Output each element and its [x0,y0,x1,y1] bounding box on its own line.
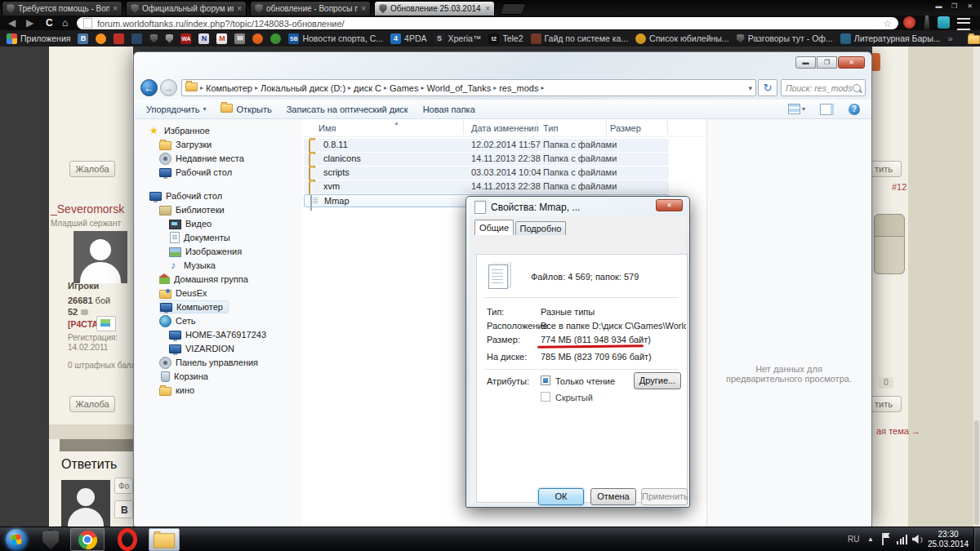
sidebar-item-user-deusex[interactable]: DeusEx [159,287,207,300]
sidebar-item-recent-places[interactable]: Недавние места [159,152,244,165]
file-row-scripts[interactable]: scripts 03.03.2014 10:04 Папка с файлами [304,167,669,180]
nav-forward-button[interactable]: → [160,79,177,96]
file-row-clanicons[interactable]: clanicons 14.11.2013 22:38 Папка с файла… [304,153,669,166]
bookmark-xperia[interactable]: S Xperia™ [434,33,482,44]
home-icon[interactable]: ⌂ [62,16,68,30]
menu-hamburger-icon[interactable] [957,18,970,30]
bookmark-blue-icon[interactable] [131,33,142,44]
browser-minimize-button[interactable]: ▬ [932,2,946,11]
quote-button-clipped[interactable]: тить [872,396,902,412]
browser-tab-1[interactable]: Требуется помощь - Воп × [2,1,122,16]
tray-network-signal-icon[interactable] [897,535,907,544]
breadcrumb-world-of-tanks[interactable]: World_of_Tanks [426,83,491,93]
bookmark-news[interactable]: SB Новости спорта, С... [288,33,383,44]
nav-back-button[interactable]: ← [140,79,158,96]
hidden-checkbox[interactable] [541,392,550,402]
open-button[interactable]: Открыть [220,104,271,114]
new-folder-button[interactable]: Новая папка [423,104,475,114]
bookmark-red-icon[interactable] [114,33,124,44]
file-row-xvm[interactable]: xvm 14.11.2013 22:38 Папка с файлами [304,180,669,193]
browser-tab-3[interactable]: обновление - Вопросы п × [250,1,371,16]
breadcrumb-disk-c[interactable]: диск C [354,83,381,93]
tab-details[interactable]: Подробно [515,221,566,235]
cancel-button[interactable]: Отмена [590,488,636,505]
breadcrumb-games[interactable]: Games [390,83,418,93]
tray-volume-icon[interactable]: ) [912,534,923,544]
username-link[interactable]: _Severomorsk [51,202,124,216]
stack-extension-icon[interactable] [938,16,950,29]
scrollbar-thumb[interactable] [974,420,979,525]
column-header-date[interactable]: Дата изменения [471,119,539,136]
browser-tab-2[interactable]: Официальный форум иг × [126,1,247,16]
bookmark-talks[interactable]: Разговоры тут - Оф... [737,33,833,43]
sidebar-item-recycle-bin[interactable]: Корзина [159,370,208,383]
explorer-close-button[interactable]: ✕ [838,56,865,69]
show-desktop-button[interactable] [973,527,980,551]
dialog-close-button[interactable]: ✕ [656,199,683,211]
column-header-name[interactable]: Имя [318,119,336,136]
bookmark-orange-icon[interactable] [252,33,263,44]
tray-show-hidden-icons[interactable]: ▲ [867,535,874,543]
breadcrumb-computer[interactable]: Компьютер [206,83,252,93]
report-button[interactable]: Жалоба [69,396,115,412]
clan-emblem-button[interactable] [96,316,116,331]
start-button[interactable] [4,528,28,551]
sidebar-item-libraries[interactable]: Библиотеки [159,203,225,216]
bookmark-green-icon[interactable] [270,33,281,44]
bookmark-4pda[interactable]: 4 4PDA [390,33,426,44]
burn-button[interactable]: Записать на оптический диск [287,104,408,114]
bookmark-mail-icon[interactable]: ✉ [234,33,245,44]
sidebar-item-network[interactable]: Сеть [159,314,195,327]
other-bookmarks-folder[interactable]: Другие закладки [968,33,980,44]
file-row-0811[interactable]: 0.8.11 12.02.2014 11:57 Папка с файлами [304,139,669,152]
browser-restore-button[interactable]: ❐ [947,2,961,11]
organize-button[interactable]: Упорядочить ▾ [146,104,206,114]
report-button[interactable]: Жалоба [69,161,115,177]
address-bar[interactable]: forum.worldoftanks.ru/index.php?/topic/1… [77,17,898,29]
stop-hand-extension-icon[interactable] [903,16,915,29]
bookmark-jubilee[interactable]: Список юбилейны... [635,33,729,44]
breadcrumb-bar[interactable]: ▸ Компьютер ▸ Локальный диск (D:) ▸ диск… [181,79,756,96]
ok-button[interactable]: ОК [538,488,584,505]
readonly-checkbox[interactable] [541,375,550,385]
forward-icon[interactable]: ▶ [26,16,33,30]
sidebar-item-computer[interactable]: Компьютер [159,300,229,313]
back-icon[interactable]: ◀ [8,16,16,30]
tray-action-center-flag-icon[interactable] [882,533,889,545]
sidebar-item-pictures[interactable]: Изображения [169,245,242,258]
others-button[interactable]: Другие... [634,372,681,389]
post-number[interactable]: #12 [892,182,906,192]
help-button[interactable]: ? [849,104,860,115]
tray-language-indicator[interactable]: RU [848,535,859,544]
bookmark-lit[interactable]: Литературная Бары... [840,33,941,44]
breadcrumb-disk-d[interactable]: Локальный диск (D:) [261,83,345,93]
refresh-button[interactable]: ↻ [758,79,777,96]
page-scrollbar[interactable] [973,47,980,527]
sidebar-item-favorites[interactable]: Избранное [149,124,210,137]
sidebar-item-downloads[interactable]: Загрузки [159,138,212,151]
quote-button-clipped[interactable]: тить [872,161,902,177]
bookmark-shield-icon[interactable] [165,34,173,43]
next-topic-link[interactable]: ая тема → [876,426,920,436]
tab-close-icon[interactable]: × [237,4,242,13]
tray-clock[interactable]: 23:30 25.03.2014 [926,530,970,549]
bookmark-wa-icon[interactable]: WA [180,33,191,44]
sidebar-item-music[interactable]: Музыка [169,259,216,272]
taskbar-explorer-icon[interactable] [149,528,180,551]
tab-general-active[interactable]: Общие [474,220,514,235]
bookmark-n-icon[interactable]: N [198,33,209,44]
bookmark-vk-icon[interactable]: B [78,33,88,44]
column-header-type[interactable]: Тип [543,119,558,136]
taskbar-chrome-icon[interactable] [70,528,105,551]
sidebar-item-videos[interactable]: Видео [169,217,212,230]
bold-button[interactable]: B [114,500,133,518]
sidebar-item-desktop-root[interactable]: Рабочий стол [149,189,222,202]
explorer-restore-button[interactable]: ❐ [817,56,837,69]
address-dropdown-icon[interactable]: ▾ [748,84,752,92]
sidebar-item-kino[interactable]: кино [159,384,194,397]
bookmark-wot-icon[interactable] [149,34,158,43]
sidebar-item-homegroup[interactable]: Домашняя группа [159,273,248,286]
sidebar-item-home-pc[interactable]: HOME-3A76917243 [169,328,266,341]
search-box[interactable]: Поиск: res_mods [781,79,866,96]
browser-close-button[interactable]: ✕ [963,2,977,11]
